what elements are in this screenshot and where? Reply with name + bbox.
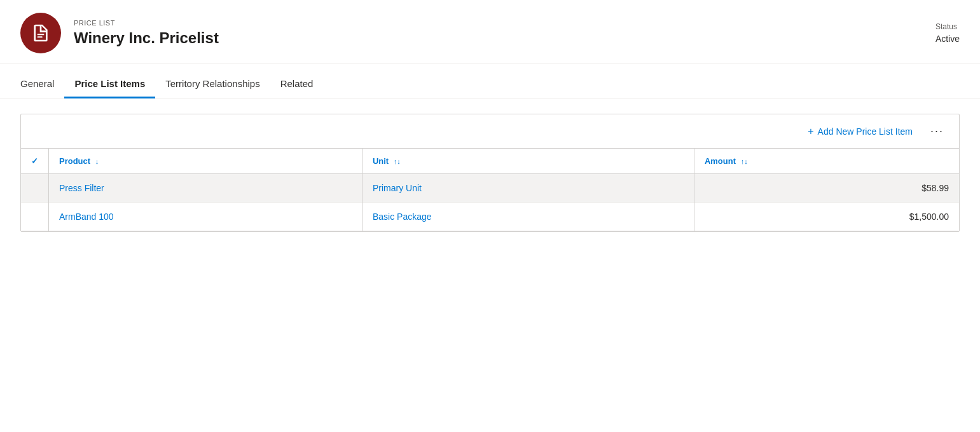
unit-link[interactable]: Primary Unit (373, 183, 422, 193)
status-block: Status Active (885, 22, 960, 44)
price-list-items-table: ✓ Product ↓ Unit ↑↓ Amount ↑↓ (21, 149, 959, 231)
row-amount: $1,500.00 (694, 203, 959, 231)
row-unit: Primary Unit (362, 174, 694, 203)
more-options-button[interactable]: ··· (925, 122, 949, 140)
main-content: + Add New Price List Item ··· ✓ Product … (0, 98, 980, 247)
entity-icon (20, 13, 61, 53)
tab-price-list-items[interactable]: Price List Items (64, 69, 155, 98)
status-label: Status (935, 22, 960, 31)
tab-related[interactable]: Related (270, 69, 324, 98)
column-header-amount[interactable]: Amount ↑↓ (694, 149, 959, 174)
page-header: PRICE LIST Winery Inc. Pricelist Status … (0, 0, 980, 64)
status-value: Active (935, 34, 960, 44)
tab-bar: General Price List Items Territory Relat… (0, 69, 980, 98)
product-sort-icon: ↓ (95, 158, 99, 165)
column-header-product[interactable]: Product ↓ (49, 149, 362, 174)
entity-title: Winery Inc. Pricelist (74, 29, 885, 47)
row-product: Press Filter (49, 174, 362, 203)
row-product: ArmBand 100 (49, 203, 362, 231)
tab-territory-relationships[interactable]: Territory Relationships (155, 69, 270, 98)
plus-icon: + (808, 126, 813, 137)
unit-link[interactable]: Basic Package (373, 212, 432, 222)
table-row: ArmBand 100Basic Package$1,500.00 (21, 203, 959, 231)
table-row: Press FilterPrimary Unit$58.99 (21, 174, 959, 203)
tab-general[interactable]: General (20, 69, 64, 98)
add-price-list-item-button[interactable]: + Add New Price List Item (803, 123, 918, 140)
row-unit: Basic Package (362, 203, 694, 231)
row-checkbox[interactable] (21, 203, 49, 231)
column-header-check[interactable]: ✓ (21, 149, 49, 174)
unit-sort-icon: ↑↓ (394, 158, 401, 165)
document-icon (31, 23, 51, 43)
row-checkbox[interactable] (21, 174, 49, 203)
header-text-block: PRICE LIST Winery Inc. Pricelist (74, 19, 885, 47)
table-header-row: ✓ Product ↓ Unit ↑↓ Amount ↑↓ (21, 149, 959, 174)
entity-type-label: PRICE LIST (74, 19, 885, 27)
product-link[interactable]: ArmBand 100 (59, 212, 114, 222)
table-toolbar: + Add New Price List Item ··· (21, 114, 959, 149)
column-header-unit[interactable]: Unit ↑↓ (362, 149, 694, 174)
amount-sort-icon: ↑↓ (741, 158, 748, 165)
svg-rect-0 (38, 34, 45, 35)
price-list-items-card: + Add New Price List Item ··· ✓ Product … (20, 114, 960, 232)
add-button-label: Add New Price List Item (818, 126, 913, 137)
svg-rect-1 (38, 36, 43, 37)
row-amount: $58.99 (694, 174, 959, 203)
product-link[interactable]: Press Filter (59, 183, 104, 193)
